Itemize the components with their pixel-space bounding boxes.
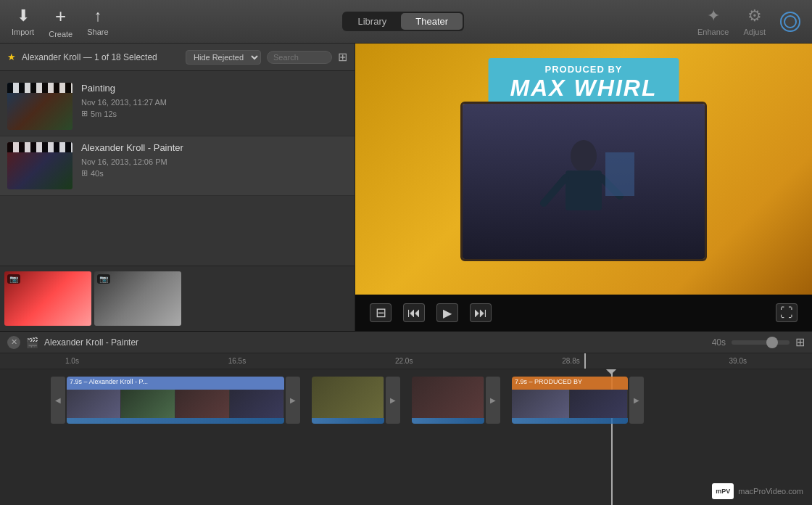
share-label: Share (87, 28, 108, 36)
duration-icon: ⊞ (81, 109, 88, 118)
timeline-title: Alexander Kroll - Painter (44, 337, 706, 348)
clip-segment (412, 377, 484, 418)
skip-back-button[interactable]: ⏮ (403, 303, 425, 322)
enhance-icon: ✦ (707, 7, 720, 25)
tab-theater[interactable]: Theater (401, 13, 463, 30)
create-label: Create (49, 30, 72, 38)
clip-header: 7.9s – PRODUCED BY (512, 377, 628, 390)
clapper-icon (7, 142, 72, 152)
play-button[interactable]: ▶ (436, 303, 458, 322)
film-icon: 🎬 (26, 337, 38, 348)
close-icon: ✕ (11, 337, 17, 347)
share-button[interactable]: ↑ Share (87, 7, 108, 36)
preview-panel: PRODUCED BY MAX WHIRL (355, 44, 812, 331)
filmstrip-thumbnail[interactable]: 📷 (94, 271, 181, 326)
clip-thumbnails (312, 377, 384, 418)
timeline-header: ✕ 🎬 Alexander Kroll - Painter 40s ⊞ (0, 332, 812, 353)
item-duration: ⊞ 40s (81, 168, 347, 178)
clip-thumbnails (67, 390, 284, 418)
max-whirl-text: MAX WHIRL (510, 75, 658, 102)
fullscreen-button[interactable]: ⛶ (776, 303, 798, 322)
person-silhouette (463, 104, 705, 259)
zoom-thumb (766, 337, 778, 348)
playhead (584, 353, 586, 369)
person-svg (526, 131, 642, 232)
enhance-button[interactable]: ✦ Enhance (697, 7, 729, 36)
filter-select[interactable]: Hide Rejected (186, 50, 261, 65)
filmstrip-thumbnail[interactable]: 📷 (4, 271, 91, 326)
ruler-mark: 1.0s (65, 357, 79, 365)
list-item[interactable]: Alexander Kroll - Painter Nov 16, 2013, … (0, 136, 355, 196)
duration-icon: ⊞ (81, 168, 88, 178)
timeline-clip[interactable]: 7.9s – Alexander Kroll - P... (67, 377, 284, 424)
create-button[interactable]: + Create (49, 5, 72, 38)
clip-nav-right[interactable]: ▶ (486, 377, 500, 424)
content-row: ★ Alexander Kroll — 1 of 18 Selected Hid… (0, 44, 812, 331)
tab-group: Library Theater (342, 12, 465, 31)
clip-segment (230, 390, 284, 418)
clip-thumbnails (512, 390, 628, 418)
clip-segment (570, 390, 628, 418)
watermark: mPV macProVideo.com (712, 483, 803, 499)
record-button[interactable] (780, 12, 800, 32)
item-date: Nov 16, 2013, 12:06 PM (81, 157, 347, 166)
import-icon: ⬇ (17, 7, 30, 25)
skip-fwd-button[interactable]: ⏭ (470, 303, 492, 322)
clip-thumbnails (412, 377, 484, 418)
svg-rect-4 (605, 152, 634, 196)
timeline-grid-icon[interactable]: ⊞ (795, 335, 805, 349)
adjust-icon: ⚙ (747, 7, 762, 25)
search-input[interactable] (267, 51, 332, 64)
timeline-clip[interactable]: 7.9s – PRODUCED BY (512, 377, 628, 424)
item-title: Painting (81, 83, 347, 94)
inner-video-frame (460, 102, 707, 261)
toolbar: ⬇ Import + Create ↑ Share Library Theate… (0, 0, 812, 44)
watermark-text: macProVideo.com (738, 487, 803, 496)
clip-nav-right[interactable]: ▶ (386, 377, 400, 424)
toolbar-right: ✦ Enhance ⚙ Adjust (697, 7, 800, 36)
adjust-button[interactable]: ⚙ Adjust (743, 7, 766, 36)
list-item[interactable]: Painting Nov 16, 2013, 11:27 AM ⊞ 5m 12s (0, 77, 355, 136)
item-thumbnail (7, 142, 72, 189)
timeline-clip[interactable] (412, 377, 484, 424)
timeline-tracks: ◀ 7.9s – Alexander Kroll - P... ▶ (0, 369, 812, 505)
grid-view-icon[interactable]: ⊞ (338, 50, 347, 64)
timeline-clip[interactable] (312, 377, 384, 424)
clip-nav-right[interactable]: ▶ (629, 377, 644, 424)
create-icon: + (55, 5, 66, 28)
import-label: Import (12, 28, 34, 36)
ruler-mark: 39.0s (729, 357, 747, 365)
clip-segment (175, 390, 230, 418)
clip-audio-bar (412, 418, 484, 424)
toolbar-center: Library Theater (109, 12, 697, 31)
ruler-marks: 1.0s 16.5s 22.0s 28.8s 39.0s (58, 357, 754, 365)
item-thumbnail (7, 83, 72, 130)
item-date: Nov 16, 2013, 11:27 AM (81, 98, 347, 107)
camera-icon: 📷 (97, 274, 110, 284)
clip-segment (67, 390, 121, 418)
library-list: Painting Nov 16, 2013, 11:27 AM ⊞ 5m 12s (0, 71, 355, 266)
filmstrip-row: 📷 📷 (0, 266, 355, 331)
main-layout: ★ Alexander Kroll — 1 of 18 Selected Hid… (0, 44, 812, 505)
clip-nav-right[interactable]: ▶ (286, 377, 300, 424)
clip-nav-left[interactable]: ◀ (51, 377, 65, 424)
watermark-logo: mPV (712, 483, 734, 499)
timeline-duration: 40s (712, 337, 726, 348)
timeline-area: ✕ 🎬 Alexander Kroll - Painter 40s ⊞ 1.0s… (0, 331, 812, 505)
item-duration: ⊞ 5m 12s (81, 109, 347, 118)
toolbar-left: ⬇ Import + Create ↑ Share (12, 5, 109, 38)
timeline-zoom-slider[interactable] (732, 340, 790, 345)
preview-controls: ⊟ ⏮ ▶ ⏭ ⛶ (355, 295, 812, 331)
clip-segment (121, 390, 175, 418)
frame-back-button[interactable]: ⊟ (370, 303, 392, 322)
preview-video: PRODUCED BY MAX WHIRL (355, 44, 812, 295)
tab-library[interactable]: Library (344, 13, 402, 30)
timeline-ruler: 1.0s 16.5s 22.0s 28.8s 39.0s (0, 353, 812, 369)
item-info: Alexander Kroll - Painter Nov 16, 2013, … (81, 142, 347, 178)
ruler-mark: 16.5s (228, 357, 246, 365)
close-timeline-button[interactable]: ✕ (7, 336, 20, 349)
import-button[interactable]: ⬇ Import (12, 7, 34, 36)
ruler-mark: 28.8s (562, 357, 579, 365)
svg-point-0 (571, 140, 597, 172)
library-header-title: Alexander Kroll — 1 of 18 Selected (22, 52, 180, 62)
